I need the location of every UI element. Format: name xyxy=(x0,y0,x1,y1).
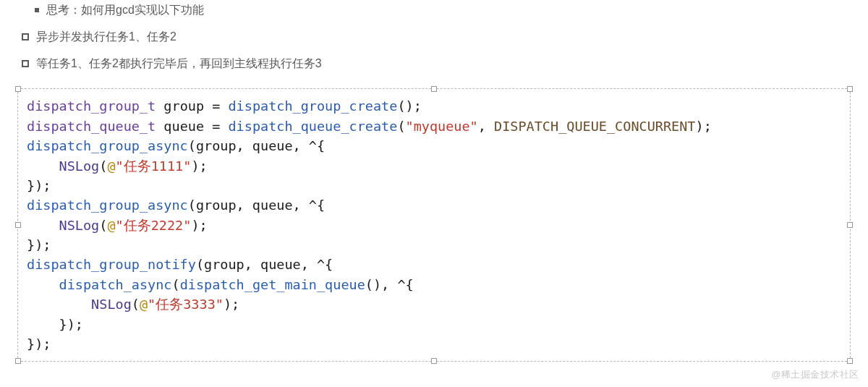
code-token: dispatch_group_async xyxy=(27,138,188,153)
code-token: }); xyxy=(59,317,83,332)
code-token: dispatch_queue_t xyxy=(27,119,156,134)
code-token: ); xyxy=(191,218,207,233)
code-token: , xyxy=(478,119,494,134)
code-token: (group, queue, ^{ xyxy=(188,197,325,213)
resize-handle-icon[interactable] xyxy=(847,358,853,364)
code-token: ( xyxy=(132,297,140,312)
code-token: NSLog xyxy=(59,158,100,174)
resize-handle-icon[interactable] xyxy=(15,358,21,364)
code-indent xyxy=(27,277,59,292)
code-token: dispatch_get_main_queue xyxy=(180,277,365,292)
code-container[interactable]: dispatch_group_t group = dispatch_group_… xyxy=(17,88,851,362)
code-token: dispatch_group_notify xyxy=(27,257,196,272)
code-token: ( xyxy=(99,158,107,174)
resize-handle-icon[interactable] xyxy=(847,222,853,228)
code-token: queue = xyxy=(156,119,228,134)
code-token: dispatch_queue_create xyxy=(228,119,397,134)
code-token: "任务2222" xyxy=(116,218,192,233)
code-token: }); xyxy=(27,178,51,193)
bullet-item-async: 异步并发执行任务1、任务2 xyxy=(22,27,846,48)
bullet-icon xyxy=(22,33,29,41)
bullet-item-wait: 等任务1、任务2都执行完毕后，再回到主线程执行任务3 xyxy=(22,54,846,75)
bullet-list: 思考：如何用gcd实现以下功能 异步并发执行任务1、任务2 等任务1、任务2都执… xyxy=(0,0,868,74)
resize-handle-icon[interactable] xyxy=(431,86,437,92)
code-token: (), ^{ xyxy=(365,277,414,292)
code-token: dispatch_async xyxy=(59,277,172,292)
code-token: ( xyxy=(99,218,107,233)
code-token: ( xyxy=(397,119,405,134)
code-token: @ xyxy=(107,158,115,174)
code-token: "myqueue" xyxy=(406,119,478,134)
code-token: group = xyxy=(156,98,228,114)
bullet-item-thinking: 思考：如何用gcd实现以下功能 xyxy=(22,0,846,21)
code-indent xyxy=(27,218,59,233)
resize-handle-icon[interactable] xyxy=(15,222,21,228)
code-token: ); xyxy=(224,297,239,312)
code-token: "任务1111" xyxy=(116,158,192,174)
code-token: ); xyxy=(696,119,712,134)
bullet-icon xyxy=(35,8,39,12)
bullet-icon xyxy=(22,60,29,67)
code-token: dispatch_group_t xyxy=(27,98,156,114)
code-token: DISPATCH_QUEUE_CONCURRENT xyxy=(494,119,695,134)
resize-handle-icon[interactable] xyxy=(15,86,21,92)
resize-handle-icon[interactable] xyxy=(847,86,853,92)
code-token: "任务3333" xyxy=(148,297,224,312)
code-token: dispatch_group_async xyxy=(27,197,188,213)
bullet-text: 异步并发执行任务1、任务2 xyxy=(36,27,176,48)
code-indent xyxy=(27,297,91,312)
code-token: }); xyxy=(27,237,51,252)
code-token: ); xyxy=(191,158,207,174)
watermark-text: @稀土掘金技术社区 xyxy=(771,368,859,381)
code-token: ( xyxy=(172,277,180,292)
code-block: dispatch_group_t group = dispatch_group_… xyxy=(27,96,841,354)
code-token: (group, queue, ^{ xyxy=(188,138,325,153)
code-token: NSLog xyxy=(59,218,100,233)
code-indent xyxy=(27,158,59,174)
code-indent xyxy=(27,317,59,332)
code-token: NSLog xyxy=(91,297,132,312)
bullet-text: 思考：如何用gcd实现以下功能 xyxy=(46,0,204,21)
bullet-text: 等任务1、任务2都执行完毕后，再回到主线程执行任务3 xyxy=(36,54,322,75)
code-token: (group, queue, ^{ xyxy=(196,257,333,272)
code-token: dispatch_group_create xyxy=(228,98,397,114)
code-token: (); xyxy=(397,98,421,114)
resize-handle-icon[interactable] xyxy=(431,358,437,364)
code-token: @ xyxy=(107,218,115,233)
code-token: }); xyxy=(27,336,51,352)
code-token: @ xyxy=(140,297,148,312)
